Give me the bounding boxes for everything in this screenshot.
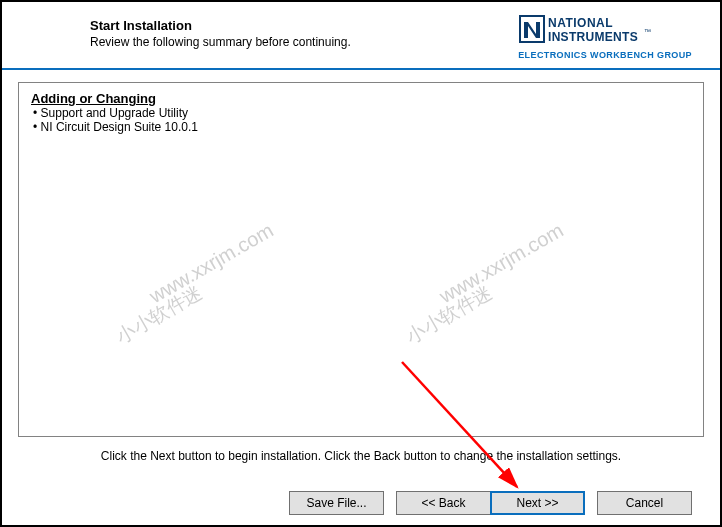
- summary-item-label: NI Circuit Design Suite 10.0.1: [41, 120, 198, 134]
- installer-header: Start Installation Review the following …: [2, 2, 720, 70]
- svg-text:NATIONAL: NATIONAL: [548, 16, 613, 30]
- svg-text:™: ™: [644, 28, 651, 35]
- summary-section-title: Adding or Changing: [31, 91, 691, 106]
- brand-logo: NATIONAL INSTRUMENTS ™ ELECTRONICS WORKB…: [518, 12, 692, 60]
- nav-button-group: << Back Next >>: [396, 491, 585, 515]
- summary-panel[interactable]: Adding or Changing • Support and Upgrade…: [18, 82, 704, 437]
- next-button[interactable]: Next >>: [490, 491, 585, 515]
- brand-tagline: ELECTRONICS WORKBENCH GROUP: [518, 50, 692, 60]
- summary-item: • Support and Upgrade Utility: [33, 106, 691, 120]
- page-title: Start Installation: [90, 18, 351, 33]
- back-button[interactable]: << Back: [396, 491, 491, 515]
- header-text-block: Start Installation Review the following …: [30, 12, 351, 49]
- save-file-button[interactable]: Save File...: [289, 491, 384, 515]
- instruction-text: Click the Next button to begin installat…: [2, 437, 720, 463]
- svg-text:INSTRUMENTS: INSTRUMENTS: [548, 30, 638, 44]
- summary-item: • NI Circuit Design Suite 10.0.1: [33, 120, 691, 134]
- wizard-buttons: Save File... << Back Next >> Cancel: [289, 491, 692, 515]
- national-instruments-icon: NATIONAL INSTRUMENTS ™: [518, 12, 658, 48]
- summary-item-label: Support and Upgrade Utility: [41, 106, 188, 120]
- content-wrap: Adding or Changing • Support and Upgrade…: [2, 70, 720, 437]
- page-subtitle: Review the following summary before cont…: [90, 35, 351, 49]
- cancel-button[interactable]: Cancel: [597, 491, 692, 515]
